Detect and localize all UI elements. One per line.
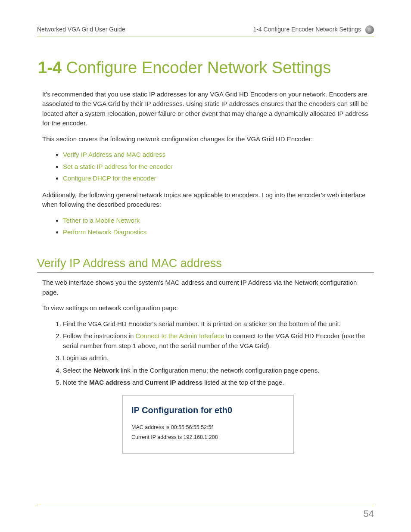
step-5-bold-2: Current IP address xyxy=(145,379,202,386)
header-right: 1-4 Configure Encoder Network Settings xyxy=(253,25,374,34)
step-5-text-b: listed at the top of the page. xyxy=(202,379,284,386)
section-paragraph-2: To view settings on network configuratio… xyxy=(42,303,374,313)
ip-address-line: Current IP address is 192.168.1.208 xyxy=(131,433,285,442)
list-item: Configure DHCP for the encoder xyxy=(63,174,374,184)
step-4-text-b: link in the Configuration menu; the netw… xyxy=(119,367,319,374)
page-content: It's recommended that you use static IP … xyxy=(37,90,374,237)
step-5-text-a: Note the xyxy=(63,379,89,386)
mac-address-line: MAC address is 00:55:56:55:52:5f xyxy=(131,423,285,432)
title-text: Configure Encoder Network Settings xyxy=(66,59,331,77)
step-4-text-a: Select the xyxy=(63,367,93,374)
step-2-text-a: Follow the instructions in xyxy=(63,332,135,339)
step-1: Find the VGA Grid HD Encoder's serial nu… xyxy=(63,319,374,329)
mac-label: MAC address is xyxy=(131,424,171,430)
step-5: Note the MAC address and Current IP addr… xyxy=(63,378,374,388)
page-footer-rule xyxy=(37,506,374,506)
steps-list: Find the VGA Grid HD Encoder's serial nu… xyxy=(63,319,374,388)
ip-config-box: IP Configuration for eth0 MAC address is… xyxy=(122,395,294,454)
list-item: Tether to a Mobile Network xyxy=(63,216,374,226)
link-list-2: Tether to a Mobile Network Perform Netwo… xyxy=(63,216,374,237)
step-3: Login as admin. xyxy=(63,353,374,363)
step-4-bold: Network xyxy=(93,367,119,374)
step-2: Follow the instructions in Connect to th… xyxy=(63,331,374,351)
ip-label: Current IP address is xyxy=(131,434,184,440)
link-verify-ip[interactable]: Verify IP Address and MAC address xyxy=(63,151,165,158)
list-item: Perform Network Diagnostics xyxy=(63,227,374,237)
list-item: Verify IP Address and MAC address xyxy=(63,150,374,160)
ip-config-wrap: IP Configuration for eth0 MAC address is… xyxy=(42,395,374,454)
page-number: 54 xyxy=(364,507,374,521)
step-5-bold-1: MAC address xyxy=(89,379,131,386)
page-title: 1-4 Configure Encoder Network Settings xyxy=(37,59,374,78)
link-tether[interactable]: Tether to a Mobile Network xyxy=(63,217,140,224)
page-header: Networked VGA Grid User Guide 1-4 Config… xyxy=(37,25,374,37)
intro-paragraph-3: Additionally, the following general netw… xyxy=(42,190,374,210)
link-dhcp[interactable]: Configure DHCP for the encoder xyxy=(63,174,156,182)
ip-config-title: IP Configuration for eth0 xyxy=(131,404,285,417)
step-4: Select the Network link in the Configura… xyxy=(63,366,374,376)
header-section-text: 1-4 Configure Encoder Network Settings xyxy=(253,25,361,34)
settings-icon xyxy=(365,25,374,34)
intro-paragraph-2: This section covers the following networ… xyxy=(42,134,374,144)
section-content: The web interface shows you the system's… xyxy=(37,278,374,454)
ip-value: 192.168.1.208 xyxy=(184,434,218,440)
title-prefix: 1-4 xyxy=(38,59,62,77)
mac-value: 00:55:56:55:52:5f xyxy=(171,424,213,430)
list-item: Set a static IP address for the encoder xyxy=(63,162,374,172)
section-paragraph-1: The web interface shows you the system's… xyxy=(42,278,374,297)
section-heading: Verify IP Address and MAC address xyxy=(37,255,374,273)
intro-paragraph-1: It's recommended that you use static IP … xyxy=(42,90,374,128)
step-5-mid: and xyxy=(131,379,145,386)
link-list-1: Verify IP Address and MAC address Set a … xyxy=(63,150,374,184)
link-static-ip[interactable]: Set a static IP address for the encoder xyxy=(63,163,173,170)
link-admin-interface[interactable]: Connect to the Admin Interface xyxy=(135,332,224,339)
link-diagnostics[interactable]: Perform Network Diagnostics xyxy=(63,228,146,236)
header-left-text: Networked VGA Grid User Guide xyxy=(37,25,125,34)
